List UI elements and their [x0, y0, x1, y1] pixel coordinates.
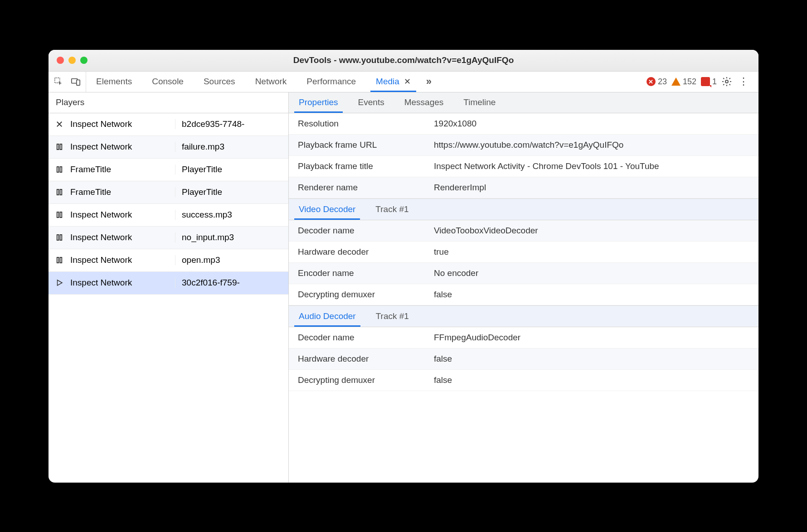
player-frame-title: Inspect Network: [70, 255, 175, 265]
property-value: false: [434, 290, 749, 300]
svg-rect-11: [60, 212, 62, 218]
player-frame-title: Inspect Network: [70, 142, 175, 152]
svg-point-3: [725, 80, 728, 83]
svg-rect-12: [57, 235, 59, 240]
tab-elements[interactable]: Elements: [86, 72, 142, 92]
player-frame-title: Inspect Network: [70, 119, 175, 129]
svg-rect-2: [77, 80, 80, 85]
players-header: Players: [49, 92, 289, 113]
issue-icon: [701, 77, 710, 86]
section-header: Audio DecoderTrack #1: [289, 305, 758, 327]
property-value: RendererImpl: [434, 183, 749, 193]
subtab-messages[interactable]: Messages: [394, 92, 454, 113]
pause-icon: [49, 256, 70, 264]
tab-network[interactable]: Network: [245, 72, 297, 92]
player-row[interactable]: Inspect Networkb2dce935-7748-: [49, 113, 288, 136]
property-value: false: [434, 354, 749, 364]
warning-icon: [671, 77, 681, 86]
player-frame-title: Inspect Network: [70, 278, 175, 288]
pause-icon: [49, 211, 70, 219]
player-title: failure.mp3: [175, 142, 288, 152]
panel-tabs: Elements Console Sources Network Perform…: [86, 72, 437, 92]
toolbar-right: ✕ 23 152 1 ⋮: [638, 72, 758, 92]
inspect-element-icon[interactable]: [53, 76, 64, 87]
kebab-menu-icon[interactable]: ⋮: [737, 76, 750, 87]
property-row: Decoder nameFFmpegAudioDecoder: [289, 327, 758, 348]
section-title-tab[interactable]: Audio Decoder: [289, 306, 366, 327]
close-icon[interactable]: ✕: [404, 77, 411, 87]
property-row: Hardware decoderfalse: [289, 348, 758, 370]
player-frame-title: Inspect Network: [70, 210, 175, 220]
tab-performance[interactable]: Performance: [297, 72, 366, 92]
error-count-badge[interactable]: ✕ 23: [647, 77, 667, 87]
destroyed-icon: [49, 120, 70, 128]
property-row: Renderer nameRendererImpl: [289, 177, 758, 198]
player-row[interactable]: Inspect Networkopen.mp3: [49, 249, 288, 272]
properties-panel: Resolution1920x1080Playback frame URLhtt…: [289, 113, 758, 483]
player-row[interactable]: FrameTitlePlayerTitle: [49, 159, 288, 181]
tab-media[interactable]: Media ✕: [366, 72, 421, 92]
pause-icon: [49, 143, 70, 151]
minimize-window-button[interactable]: [68, 57, 76, 64]
property-key: Hardware decoder: [298, 247, 434, 257]
player-title: no_input.mp3: [175, 232, 288, 242]
property-row: Hardware decodertrue: [289, 242, 758, 263]
player-title: 30c2f016-f759-: [175, 278, 288, 288]
svg-rect-6: [57, 167, 59, 172]
warning-count-badge[interactable]: 152: [671, 77, 696, 87]
issues-count-badge[interactable]: 1: [701, 77, 717, 87]
property-value: VideoTooboxVideoDecoder: [434, 226, 749, 236]
player-row[interactable]: Inspect Networkno_input.mp3: [49, 227, 288, 249]
subtab-timeline[interactable]: Timeline: [453, 92, 506, 113]
subtab-events[interactable]: Events: [348, 92, 394, 113]
player-row[interactable]: Inspect Network30c2f016-f759-: [49, 272, 288, 295]
settings-icon[interactable]: [721, 76, 732, 87]
maximize-window-button[interactable]: [80, 57, 88, 64]
titlebar: DevTools - www.youtube.com/watch?v=e1gAy…: [49, 50, 758, 72]
toolbar-left: [49, 72, 86, 92]
player-frame-title: Inspect Network: [70, 232, 175, 242]
svg-rect-10: [57, 212, 59, 218]
svg-rect-4: [57, 144, 59, 150]
device-toggle-icon[interactable]: [70, 76, 81, 87]
svg-rect-8: [57, 189, 59, 195]
property-row: Playback frame URLhttps://www.youtube.co…: [289, 135, 758, 156]
property-value: FFmpegAudioDecoder: [434, 333, 749, 343]
property-key: Renderer name: [298, 183, 434, 193]
devtools-window: DevTools - www.youtube.com/watch?v=e1gAy…: [49, 50, 758, 483]
svg-rect-13: [60, 235, 62, 240]
property-row: Decrypting demuxerfalse: [289, 284, 758, 305]
section-header: Video DecoderTrack #1: [289, 198, 758, 220]
pause-icon: [49, 188, 70, 196]
property-key: Decrypting demuxer: [298, 290, 434, 300]
property-value: https://www.youtube.com/watch?v=e1gAyQuI…: [434, 140, 749, 150]
more-tabs-icon[interactable]: »: [421, 72, 437, 92]
property-key: Resolution: [298, 119, 434, 129]
player-row[interactable]: FrameTitlePlayerTitle: [49, 181, 288, 204]
property-row: Resolution1920x1080: [289, 113, 758, 135]
player-title: open.mp3: [175, 255, 288, 265]
property-key: Encoder name: [298, 268, 434, 278]
main-toolbar: Elements Console Sources Network Perform…: [49, 72, 758, 92]
track-tab[interactable]: Track #1: [366, 306, 419, 327]
player-frame-title: FrameTitle: [70, 164, 175, 174]
pause-icon: [49, 165, 70, 174]
property-value: false: [434, 375, 749, 385]
player-row[interactable]: Inspect Networkfailure.mp3: [49, 136, 288, 159]
play-icon: [49, 279, 70, 287]
svg-rect-14: [57, 257, 59, 263]
section-title-tab[interactable]: Video Decoder: [289, 199, 365, 220]
subtab-properties[interactable]: Properties: [289, 92, 348, 113]
tab-console[interactable]: Console: [142, 72, 194, 92]
svg-rect-15: [60, 257, 62, 263]
property-key: Playback frame URL: [298, 140, 434, 150]
property-value: Inspect Network Activity - Chrome DevToo…: [434, 161, 749, 171]
tab-sources[interactable]: Sources: [194, 72, 245, 92]
property-value: 1920x1080: [434, 119, 749, 129]
player-row[interactable]: Inspect Networksuccess.mp3: [49, 204, 288, 227]
close-window-button[interactable]: [57, 57, 64, 64]
player-title: success.mp3: [175, 210, 288, 220]
property-value: No encoder: [434, 268, 749, 278]
track-tab[interactable]: Track #1: [365, 199, 418, 220]
property-row: Encoder nameNo encoder: [289, 263, 758, 284]
